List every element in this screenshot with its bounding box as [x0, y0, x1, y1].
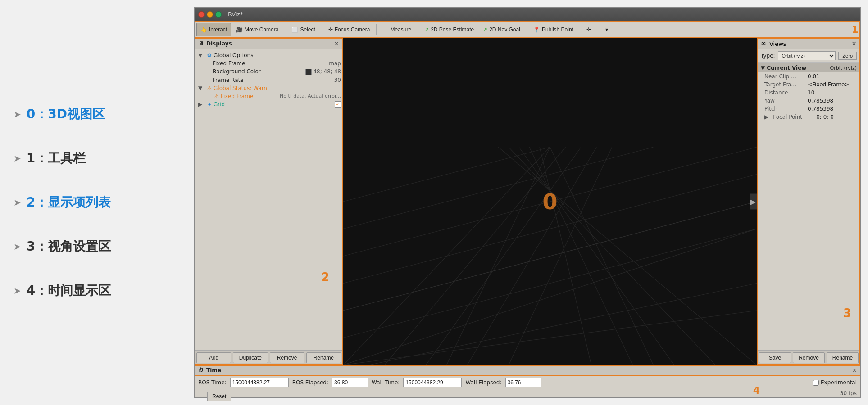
duplicate-button[interactable]: Duplicate — [233, 352, 268, 363]
pose-estimate-button[interactable]: ↗ 2D Pose Estimate — [420, 23, 478, 36]
minimize-button[interactable] — [207, 11, 213, 18]
time-bar-wrapper: ⏱ Time ✕ ROS Time: ROS Elapsed: Wall Tim… — [195, 365, 860, 397]
views-type-row: Type: Orbit (rviz) Zero — [757, 50, 860, 63]
views-panel-title: Views — [769, 40, 786, 47]
annotation-text-1: 1：工具栏 — [27, 150, 86, 167]
views-bottom: Save Remove Rename — [757, 350, 860, 365]
nav-goal-label: 2D Nav Goal — [489, 27, 520, 33]
ros-elapsed-input[interactable] — [332, 378, 368, 387]
select-label: Select — [300, 27, 315, 33]
views-rename-button[interactable]: Rename — [827, 352, 859, 363]
frame-rate-value: 30 — [334, 77, 341, 83]
wall-time-label: Wall Time: — [372, 379, 400, 386]
views-save-button[interactable]: Save — [759, 352, 791, 363]
yaw-value: 0.785398 — [808, 98, 833, 104]
annotation-4: ➤ 4：时间显示区 — [14, 282, 180, 299]
bg-color-value: 48; 48; 48 — [305, 68, 341, 75]
minus-button[interactable]: —▾ — [596, 23, 612, 36]
focus-camera-button[interactable]: ✛ Focus Camera — [324, 23, 374, 36]
time-bar-header: ⏱ Time ✕ — [195, 366, 860, 375]
near-clip-value: 0.01 — [808, 73, 820, 80]
nav-goal-button[interactable]: ↗ 2D Nav Goal — [479, 23, 524, 36]
views-tree: ▼ Current View Orbit (rviz) Near Clip … … — [757, 63, 860, 350]
displays-panel-close[interactable]: ✕ — [334, 40, 339, 47]
experimental-checkbox[interactable] — [813, 380, 819, 386]
wall-time-input[interactable] — [403, 378, 462, 387]
tree-fixed-frame-warn[interactable]: ⚠ Fixed Frame No tf data. Actual error..… — [195, 92, 343, 100]
annotation-3: ➤ 3：视角设置区 — [14, 238, 180, 255]
viewport-3d[interactable]: 0 ▶ — [343, 38, 757, 365]
views-focal-point[interactable]: ▶ Focal Point 0; 0; 0 — [757, 113, 860, 121]
focus-camera-icon: ✛ — [328, 27, 333, 33]
ros-time-input[interactable] — [230, 378, 289, 387]
toolbar-sep-3 — [376, 24, 377, 35]
views-type-select[interactable]: Orbit (rviz) — [778, 51, 836, 60]
annotation-0: ➤ 0：3D视图区 — [14, 106, 180, 123]
add-button[interactable]: Add — [196, 352, 231, 363]
select-button[interactable]: ⬜ Select — [287, 23, 319, 36]
interact-button[interactable]: 👆 Interact — [196, 23, 231, 36]
measure-button[interactable]: — Measure — [379, 23, 415, 36]
annotation-text-4: 4：时间显示区 — [27, 282, 111, 299]
views-pitch[interactable]: Pitch 0.785398 — [757, 105, 860, 113]
time-close[interactable]: ✕ — [852, 367, 857, 374]
target-frame-value: <Fixed Frame> — [808, 81, 849, 88]
maximize-button[interactable] — [215, 11, 222, 18]
fixed-frame-warn-label: Fixed Frame — [221, 93, 276, 99]
experimental-container: Experimental — [813, 379, 857, 386]
annotation-text-2: 2：显示项列表 — [27, 194, 111, 211]
tree-frame-rate[interactable]: Frame Rate 30 — [195, 76, 343, 84]
remove-button[interactable]: Remove — [270, 352, 304, 363]
global-options-label: Global Options — [214, 52, 341, 58]
views-yaw[interactable]: Yaw 0.785398 — [757, 97, 860, 105]
tree-global-status[interactable]: ▼ ⚠ Global Status: Warn — [195, 84, 343, 92]
fps-label: 30 fps — [840, 390, 857, 396]
tree-bg-color[interactable]: Background Color 48; 48; 48 — [195, 68, 343, 76]
tree-grid[interactable]: ▶ ⊞ Grid — [195, 100, 343, 108]
views-panel-icon: 👁 — [761, 40, 767, 47]
move-camera-button[interactable]: 🎥 Move Camera — [232, 23, 282, 36]
tree-global-options[interactable]: ▼ ⚙ Global Options — [195, 51, 343, 59]
global-options-expand: ▼ — [198, 52, 205, 58]
time-icon: ⏱ — [198, 367, 204, 374]
move-camera-icon: 🎥 — [236, 27, 243, 33]
views-remove-button[interactable]: Remove — [793, 352, 825, 363]
toolbar: 👆 Interact 🎥 Move Camera ⬜ Select ✛ Focu… — [195, 21, 860, 38]
toolbar-sep-1 — [285, 24, 285, 35]
distance-value: 10 — [808, 90, 814, 96]
arrow-3: ➤ — [14, 241, 21, 252]
crosshair-button[interactable]: ✛ — [582, 23, 595, 36]
fixed-frame-expand — [205, 60, 213, 67]
views-zero-button[interactable]: Zero — [838, 52, 857, 60]
toolbar-sep-5 — [527, 24, 527, 35]
annotation-text-0: 0：3D视图区 — [27, 106, 105, 123]
views-target-frame[interactable]: Target Fra… <Fixed Frame> — [757, 81, 860, 89]
minus-icon: —▾ — [600, 27, 608, 33]
viewport-expand-arrow[interactable]: ▶ — [750, 194, 757, 210]
time-reset-button[interactable]: Reset — [207, 392, 231, 398]
annotation-2: ➤ 2：显示项列表 — [14, 194, 180, 211]
publish-point-button[interactable]: 📍 Publish Point — [529, 23, 577, 36]
wall-elapsed-input[interactable] — [505, 378, 541, 387]
views-panel-close[interactable]: ✕ — [851, 40, 857, 47]
views-near-clip[interactable]: Near Clip … 0.01 — [757, 72, 860, 81]
bg-color-label: Background Color — [213, 68, 302, 75]
viewport-num-label: 0 — [542, 189, 557, 214]
global-status-icon: ⚠ — [205, 85, 214, 91]
grid-checkbox[interactable] — [335, 101, 341, 108]
views-current-view-header[interactable]: ▼ Current View Orbit (rviz) — [757, 63, 860, 72]
time-bar: ROS Time: ROS Elapsed: Wall Time: Wall E… — [195, 375, 860, 389]
close-button[interactable] — [198, 11, 205, 18]
nav-goal-icon: ↗ — [483, 27, 487, 33]
grid-expand: ▶ — [198, 101, 205, 108]
frame-rate-label: Frame Rate — [213, 77, 331, 83]
views-distance[interactable]: Distance 10 — [757, 89, 860, 97]
focal-point-expand: ▶ — [764, 114, 768, 120]
target-frame-label: Target Fra… — [764, 81, 805, 88]
displays-panel-icon: 🖥 — [198, 40, 204, 47]
tree-fixed-frame[interactable]: Fixed Frame map — [195, 59, 343, 68]
interact-icon: 👆 — [200, 27, 207, 33]
rename-button[interactable]: Rename — [306, 352, 341, 363]
focus-camera-label: Focus Camera — [335, 27, 370, 33]
yaw-label: Yaw — [764, 98, 805, 104]
